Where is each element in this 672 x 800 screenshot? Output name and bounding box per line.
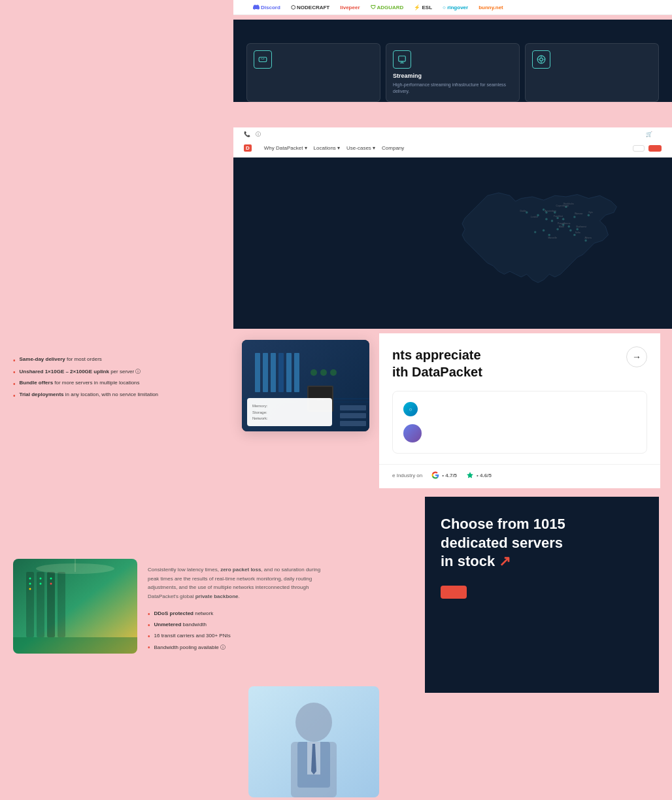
svg-point-25 xyxy=(534,231,536,233)
livepeer-logo: livepeer xyxy=(340,5,360,10)
svg-point-17 xyxy=(568,225,570,227)
server-image: CPU Memory: Storage: Network: xyxy=(242,340,369,431)
nav-locations[interactable]: Locations ▾ xyxy=(314,145,340,151)
svg-point-49 xyxy=(311,369,317,376)
svg-point-20 xyxy=(573,234,575,236)
configure-server-btn[interactable] xyxy=(648,145,662,152)
europe-map: Dublin London Amsterdam Frankfurt Copenh… xyxy=(397,152,672,329)
svg-text:Athens: Athens xyxy=(584,237,592,239)
nav-logo: D xyxy=(244,144,254,152)
rating-bar: e Industry on • 4.7/5 • 4.6/5 xyxy=(379,464,660,488)
svg-text:Kyiv: Kyiv xyxy=(588,211,593,214)
svg-rect-62 xyxy=(58,572,65,637)
svg-text:Marseille: Marseille xyxy=(548,237,557,239)
bullet-bundle: • Bundle offers for more servers in mult… xyxy=(13,378,232,390)
svg-point-74 xyxy=(295,703,332,742)
cart-link[interactable]: 🛒 xyxy=(646,131,652,137)
premium-image xyxy=(248,686,379,797)
testimonial-title-line1: nts appreciate xyxy=(392,348,481,362)
svg-rect-55 xyxy=(340,405,366,410)
nav-company[interactable]: Company xyxy=(382,145,404,151)
bunny-logo: bunny.net xyxy=(479,5,503,10)
trustpilot-rating-value: • 4.6/5 xyxy=(477,473,492,478)
server-specs: Memory: Storage: Network: xyxy=(252,403,327,422)
trusted-logos: Discord ⬡ NODECRAFT livepeer 🛡 ADGUARD ⚡… xyxy=(253,4,503,10)
svg-point-11 xyxy=(551,220,553,222)
footer-contact-col xyxy=(552,621,643,626)
footer-company-col xyxy=(441,621,532,626)
svg-point-67 xyxy=(40,583,42,585)
svg-rect-60 xyxy=(37,572,44,637)
nav-use-cases[interactable]: Use-cases ▾ xyxy=(346,145,375,151)
svg-point-66 xyxy=(40,578,42,580)
svg-rect-61 xyxy=(47,572,55,637)
nav-links: Why DataPacket ▾ Locations ▾ Use-cases ▾… xyxy=(264,145,405,151)
ringover-brand-icon: ○ xyxy=(403,402,418,416)
svg-point-63 xyxy=(29,578,31,580)
svg-rect-57 xyxy=(340,421,366,426)
svg-point-3 xyxy=(540,58,543,61)
bullet-trial: • Trial deployments in any location, wit… xyxy=(13,390,232,401)
discord-logo: Discord xyxy=(253,4,280,10)
topbar-phone: 📞 ⓘ xyxy=(244,131,261,138)
svg-text:Stockholm: Stockholm xyxy=(563,203,574,205)
gaming-card xyxy=(246,43,380,102)
svg-point-13 xyxy=(562,218,564,220)
content-delivery-icon xyxy=(532,50,550,69)
svg-rect-46 xyxy=(294,353,299,392)
svg-rect-41 xyxy=(255,353,260,392)
svg-text:London: London xyxy=(531,216,539,218)
svg-rect-43 xyxy=(271,353,276,392)
svg-rect-42 xyxy=(263,353,268,392)
nav-cta-buttons xyxy=(633,145,662,152)
google-rating: • 4.7/5 xyxy=(431,471,457,479)
carousel-arrow-btn[interactable]: → xyxy=(626,346,647,367)
svg-text:Amsterdam: Amsterdam xyxy=(545,210,556,212)
svg-text:Copenhagen: Copenhagen xyxy=(556,205,569,207)
nav-left: D Why DataPacket ▾ Locations ▾ Use-cases… xyxy=(244,144,404,152)
cta-section: Choose from 1015dedicated serversin stoc… xyxy=(425,497,659,617)
streaming-desc: High-performance streaming infrastructur… xyxy=(393,82,512,95)
footer-section xyxy=(425,608,659,693)
nav-why[interactable]: Why DataPacket ▾ xyxy=(264,145,307,151)
svg-point-19 xyxy=(569,229,571,231)
nodecraft-logo: ⬡ NODECRAFT xyxy=(291,5,329,10)
svg-point-24 xyxy=(543,229,545,231)
svg-text:Sofia: Sofia xyxy=(575,231,580,234)
svg-point-22 xyxy=(584,239,586,241)
ringover-logo-trusted: ○ ringover xyxy=(443,5,468,10)
svg-point-21 xyxy=(556,228,558,230)
svg-point-51 xyxy=(330,369,337,376)
streaming-card: Streaming High-performance streaming inf… xyxy=(386,43,520,102)
network-bullets: •DDoS protected network •Unmetered bandw… xyxy=(148,608,331,653)
adguard-logo: 🛡 ADGUARD xyxy=(371,5,404,10)
server-image-card: CPU Memory: Storage: Network: xyxy=(242,340,369,431)
cta-configure-btn[interactable] xyxy=(441,586,467,599)
svg-point-69 xyxy=(50,583,52,585)
svg-point-14 xyxy=(573,216,575,218)
google-rating-stars: • 4.7/5 xyxy=(442,473,457,478)
trustpilot-icon xyxy=(466,471,474,479)
testimonial-title-line2: ith DataPacket xyxy=(392,365,482,379)
svg-rect-44 xyxy=(278,353,284,392)
svg-text:Frankfurt: Frankfurt xyxy=(554,215,563,218)
cta-arrow: ↗ xyxy=(499,553,511,569)
global-network-desc: Consistently low latency times, zero pac… xyxy=(148,565,331,601)
newest-hardware-section: • Same-day delivery for most orders • Un… xyxy=(13,346,232,410)
bullet-unshared: • Unshared 1×10GE – 2×100GE uplink per s… xyxy=(13,366,232,378)
premium-section xyxy=(13,686,235,692)
svg-text:Vienna: Vienna xyxy=(563,222,571,225)
bullet-unmetered: •Unmetered bandwidth xyxy=(148,620,331,631)
data-center-svg xyxy=(13,559,137,654)
streaming-title: Streaming xyxy=(393,73,512,79)
svg-point-64 xyxy=(29,583,31,585)
ringover-brand: ○ xyxy=(403,402,636,416)
hero-section: Streaming High-performance streaming inf… xyxy=(233,20,672,102)
svg-point-50 xyxy=(320,369,327,376)
premium-person-svg xyxy=(248,686,379,797)
use-case-cards: Streaming High-performance streaming inf… xyxy=(246,43,659,102)
contact-sales-btn[interactable] xyxy=(633,145,645,152)
svg-point-23 xyxy=(548,234,550,236)
bullet-same-day: • Same-day delivery for most orders xyxy=(13,354,232,366)
ringover-testimonial: ○ xyxy=(392,391,647,454)
